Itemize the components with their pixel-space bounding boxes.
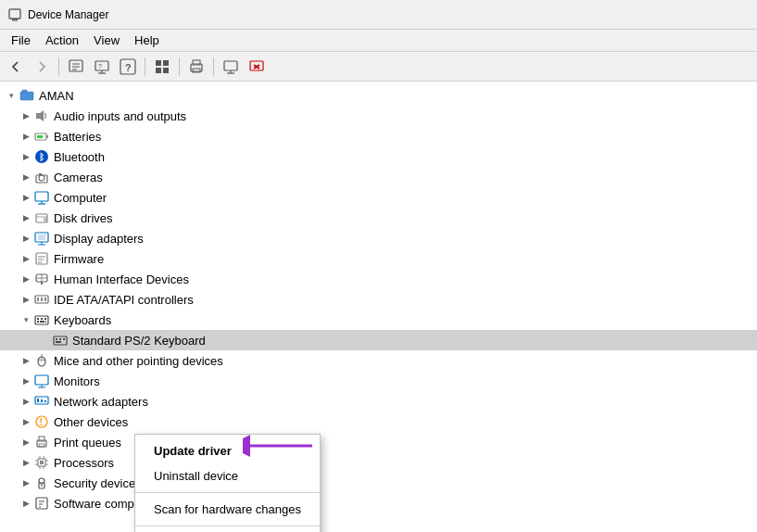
tree-item-firmware[interactable]: ▶ Firmware [0, 248, 757, 269]
context-menu-sep-2 [135, 526, 320, 526]
tree-item-mice[interactable]: ▶ Mice and other pointing devices [0, 350, 757, 371]
title-bar: Device Manager [0, 0, 757, 30]
expand-bluetooth[interactable]: ▶ [19, 149, 33, 164]
tree-item-audio[interactable]: ▶ Audio inputs and outputs [0, 106, 757, 126]
svg-rect-36 [39, 173, 42, 175]
print-toolbar-button[interactable] [184, 56, 208, 78]
svg-rect-64 [37, 321, 39, 323]
expand-audio[interactable]: ▶ [19, 108, 33, 123]
tree-item-batteries[interactable]: ▶ Batteries [0, 126, 757, 146]
root-label: AMAN [39, 89, 74, 103]
expand-disk[interactable]: ▶ [19, 210, 33, 225]
svg-rect-60 [35, 316, 48, 324]
context-menu-scan-hardware[interactable]: Scan for hardware changes [135, 497, 320, 522]
tree-item-processors[interactable]: ▶ Processors [0, 452, 757, 473]
network-icon [33, 393, 50, 410]
tree-item-keyboard-device[interactable]: ▶ Standard PS/2 Keyboard [0, 330, 757, 350]
expand-network[interactable]: ▶ [19, 394, 33, 409]
svg-rect-30 [46, 135, 48, 138]
arrow-indicator [243, 432, 317, 462]
tree-item-keyboards[interactable]: ▾ Keyboards [0, 310, 757, 330]
tree-item-computer[interactable]: ▶ Computer [0, 187, 757, 208]
bluetooth-label: Bluetooth [54, 150, 105, 164]
svg-rect-14 [163, 60, 169, 66]
menu-help[interactable]: Help [127, 32, 167, 49]
remove-device-button[interactable] [245, 56, 269, 78]
keyboard-device-icon [52, 332, 69, 348]
expand-mice[interactable]: ▶ [19, 353, 33, 368]
svg-point-42 [44, 219, 47, 222]
main-content: ▾ AMAN ▶ Audio inputs and outputs ▶ [0, 82, 757, 532]
tree-root[interactable]: ▾ AMAN [0, 85, 757, 106]
expand-ide[interactable]: ▶ [19, 292, 33, 307]
display-icon [33, 230, 50, 247]
tree-item-ide[interactable]: ▶ IDE ATA/ATAPI controllers [0, 289, 757, 310]
expand-keyboards[interactable]: ▾ [19, 312, 33, 327]
update-driver-toolbar-button[interactable]: ? [90, 56, 114, 78]
batteries-icon [33, 128, 50, 145]
context-menu-sep-1 [135, 492, 320, 493]
cameras-label: Cameras [54, 171, 103, 184]
expand-batteries[interactable]: ▶ [19, 129, 33, 144]
expand-software[interactable]: ▶ [19, 496, 33, 511]
tree-item-network[interactable]: ▶ Network adapters [0, 391, 757, 412]
back-button[interactable] [4, 56, 28, 78]
svg-rect-71 [56, 341, 61, 343]
tree-item-hid[interactable]: ▶ Human Interface Devices [0, 269, 757, 289]
svg-rect-77 [35, 375, 48, 385]
svg-rect-2 [10, 19, 19, 19]
view-toggle-button[interactable] [150, 56, 174, 78]
expand-print[interactable]: ▶ [19, 435, 33, 450]
svg-rect-58 [41, 298, 43, 301]
expand-display[interactable]: ▶ [19, 231, 33, 246]
svg-rect-44 [38, 234, 45, 240]
tree-item-disk[interactable]: ▶ Disk drives [0, 208, 757, 228]
expand-firmware[interactable]: ▶ [19, 251, 33, 266]
tree-item-security[interactable]: ▶ Security devices [0, 473, 757, 493]
menu-action[interactable]: Action [38, 32, 86, 49]
expand-root[interactable]: ▾ [4, 88, 19, 103]
svg-rect-59 [44, 298, 46, 301]
svg-rect-90 [40, 461, 44, 464]
tree-item-software[interactable]: ▶ Software components [0, 493, 757, 513]
menu-view[interactable]: View [86, 32, 127, 49]
tree-item-other[interactable]: ▶ ! Other devices [0, 412, 757, 432]
svg-point-34 [39, 175, 44, 181]
expand-processors[interactable]: ▶ [19, 455, 33, 470]
svg-text:?: ? [125, 62, 132, 73]
expand-other[interactable]: ▶ [19, 414, 33, 429]
context-menu-uninstall-device[interactable]: Uninstall device [135, 463, 320, 488]
svg-rect-63 [44, 318, 46, 320]
expand-hid[interactable]: ▶ [19, 272, 33, 286]
svg-rect-82 [41, 399, 43, 402]
svg-rect-0 [9, 9, 20, 19]
tree-item-cameras[interactable]: ▶ Cameras [0, 167, 757, 187]
properties-button[interactable] [64, 56, 88, 78]
expand-cameras[interactable]: ▶ [19, 170, 33, 184]
tree-item-monitors[interactable]: ▶ Monitors [0, 371, 757, 391]
help-toolbar-button[interactable]: ? [116, 56, 140, 78]
keyboards-icon [33, 311, 50, 328]
svg-rect-66 [45, 321, 46, 323]
scan-hardware-toolbar-button[interactable] [219, 56, 243, 78]
tree-item-print[interactable]: ▶ Print queues [0, 432, 757, 452]
toolbar-sep-3 [179, 57, 180, 76]
svg-rect-37 [35, 192, 48, 201]
expand-security[interactable]: ▶ [19, 475, 33, 490]
menu-file[interactable]: File [4, 32, 38, 49]
expand-monitors[interactable]: ▶ [19, 374, 33, 388]
expand-computer[interactable]: ▶ [19, 190, 33, 205]
processors-icon [33, 454, 50, 471]
svg-rect-27 [22, 90, 27, 93]
disk-icon [33, 209, 50, 226]
tree-item-bluetooth[interactable]: ▶ ᛒ Bluetooth [0, 146, 757, 167]
forward-button[interactable] [30, 56, 54, 78]
security-label: Security devices [54, 476, 142, 490]
cameras-icon [33, 169, 50, 185]
svg-rect-61 [37, 318, 39, 320]
svg-rect-13 [156, 60, 161, 66]
svg-text:?: ? [98, 63, 102, 70]
monitors-icon [33, 373, 50, 389]
tree-item-display[interactable]: ▶ Display adapters [0, 228, 757, 248]
other-label: Other devices [54, 415, 128, 429]
